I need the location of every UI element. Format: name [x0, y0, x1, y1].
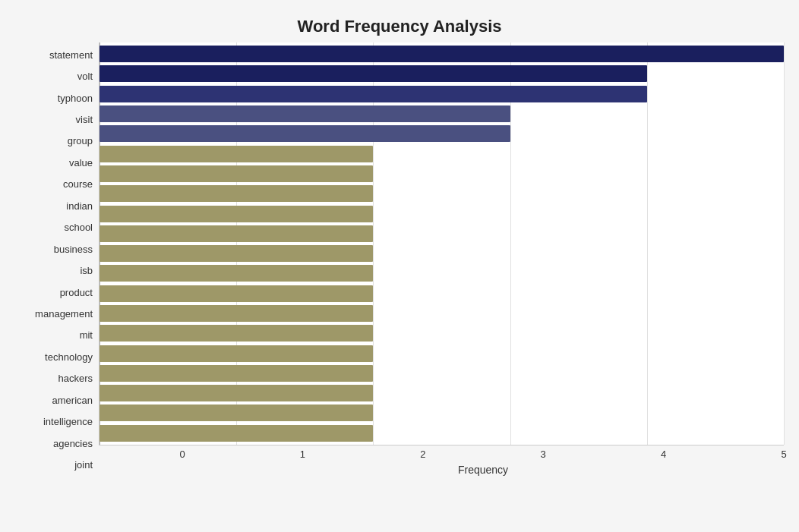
bar-row	[99, 383, 784, 403]
bar-row	[99, 84, 784, 104]
bar-row	[99, 344, 784, 364]
y-label: intelligence	[15, 411, 93, 433]
y-label: management	[15, 303, 93, 324]
x-tick-label: 2	[420, 449, 425, 460]
bar	[99, 385, 373, 401]
y-label: mit	[15, 325, 93, 346]
bar-row	[99, 244, 784, 263]
bar	[99, 345, 373, 362]
x-tick-label: 3	[541, 449, 546, 460]
bar	[99, 165, 373, 182]
bar	[99, 265, 373, 282]
x-axis-labels: 012345	[182, 445, 784, 461]
bar-row	[99, 263, 784, 283]
bar	[99, 425, 373, 442]
bar	[99, 206, 373, 222]
y-label: course	[15, 174, 93, 195]
y-label: value	[15, 152, 93, 173]
bar	[99, 86, 647, 102]
bar-row	[99, 124, 784, 143]
bar-row	[99, 364, 784, 383]
chart-title: Word Frequency Analysis	[15, 8, 784, 42]
y-label: american	[15, 389, 93, 411]
bar-row	[99, 144, 784, 164]
x-tick-label: 5	[781, 449, 786, 460]
y-label: school	[15, 217, 93, 238]
bar-row	[99, 184, 784, 203]
y-label: volt	[15, 66, 93, 87]
bar-row	[99, 224, 784, 244]
x-tick-label: 0	[179, 449, 185, 460]
x-tick-label: 1	[300, 449, 305, 460]
bars-container	[99, 42, 784, 445]
bar-row	[99, 204, 784, 224]
bar-row	[99, 284, 784, 304]
bar	[99, 365, 373, 382]
bar	[99, 225, 373, 242]
bar-row	[99, 403, 784, 423]
bar	[99, 405, 373, 421]
y-label: product	[15, 282, 93, 303]
bar-row	[99, 104, 784, 124]
y-label: hackers	[15, 368, 93, 389]
chart-area: statementvolttyphoonvisitgroupvaluecours…	[15, 42, 784, 476]
x-axis-title: Frequency	[182, 461, 784, 476]
bar-row	[99, 164, 784, 184]
y-label: visit	[15, 109, 93, 131]
y-label: statement	[15, 44, 93, 65]
grid-line	[784, 42, 785, 445]
bar-row	[99, 64, 784, 83]
y-label: joint	[15, 455, 93, 476]
bar-row	[99, 44, 784, 64]
bar-row	[99, 304, 784, 323]
bar	[99, 285, 373, 302]
y-label: agencies	[15, 433, 93, 454]
x-tick-label: 4	[661, 449, 666, 460]
y-label: business	[15, 238, 93, 260]
chart-container: Word Frequency Analysis statementvolttyp…	[0, 0, 799, 532]
y-axis: statementvolttyphoonvisitgroupvaluecours…	[15, 42, 99, 476]
bar	[99, 325, 373, 342]
plot-area	[99, 42, 784, 445]
bar	[99, 125, 510, 142]
bar	[99, 305, 373, 322]
bar	[99, 245, 373, 262]
bar	[99, 185, 373, 202]
y-label: indian	[15, 195, 93, 216]
bar-row	[99, 423, 784, 443]
y-label: typhoon	[15, 87, 93, 109]
bar	[99, 46, 784, 62]
bar	[99, 146, 373, 162]
y-label: isb	[15, 260, 93, 282]
bar-row	[99, 323, 784, 343]
y-label: group	[15, 131, 93, 152]
bar	[99, 105, 510, 122]
y-label: technology	[15, 346, 93, 367]
bar	[99, 65, 647, 82]
